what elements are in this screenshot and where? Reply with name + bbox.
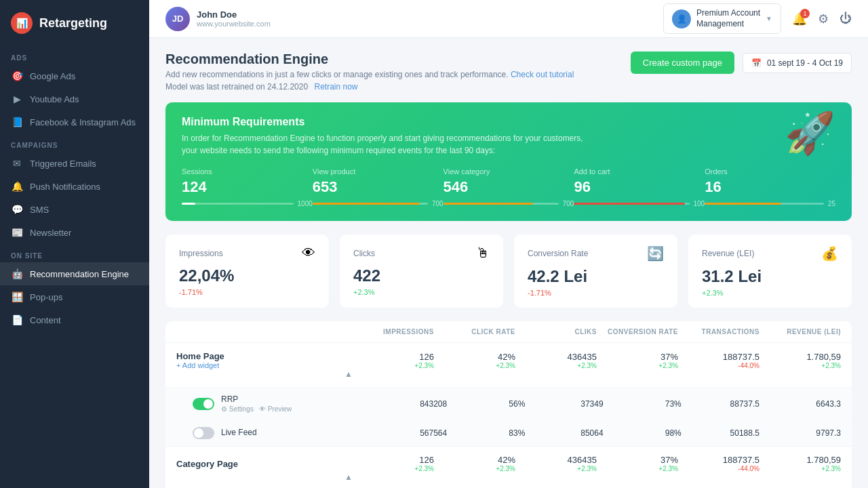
progress-fill-0 [182, 203, 195, 205]
table-header: IMPRESSIONSCLICK RATECLIKSCONVERSION RAT… [165, 321, 852, 343]
sidebar-item-facebook-ads[interactable]: 📘 Facebook & Instagram Ads [0, 110, 149, 134]
section-conv-rate-1: 37% [597, 455, 678, 465]
stat-value-clicks: 422 [353, 266, 490, 285]
section-click-rate-0: 42% [434, 352, 515, 362]
widget-impressions-0-1: 567564 [369, 428, 447, 438]
section-revenue-change-1: +2.3% [760, 465, 841, 472]
sidebar-item-triggered-emails[interactable]: ✉ Triggered Emails [0, 152, 149, 175]
stat-icon-impressions: 👁 [302, 245, 315, 261]
settings-link-0-0[interactable]: ⚙ Settings [221, 405, 254, 413]
sidebar-item-push-notifications[interactable]: 🔔 Push Notifications [0, 175, 149, 198]
table-col-0: IMPRESSIONS [353, 328, 434, 336]
progress-fill-4 [705, 203, 781, 205]
section-transactions-change-0: -44.0% [678, 362, 760, 369]
widget-toggle-0-0[interactable] [193, 398, 214, 410]
notifications-btn[interactable]: 🔔 1 [792, 12, 807, 26]
tutorial-link[interactable]: Check out tutorial [511, 70, 574, 79]
date-range-picker[interactable]: 📅 01 sept 19 - 4 Oct 19 [743, 53, 852, 73]
youtube-ads-label: Youtube Ads [30, 94, 79, 104]
user-name: John Doe [197, 9, 271, 20]
premium-icon: 👤 [672, 9, 691, 28]
min-req-metric-orders: Orders 16 25 [705, 167, 835, 207]
sidebar-item-youtube-ads[interactable]: ▶ Youtube Ads [0, 87, 149, 110]
widget-clicks-0-1: 85064 [525, 428, 603, 438]
widget-transactions-0-0: 88737.5 [682, 399, 760, 409]
triggered-emails-icon: ✉ [11, 158, 23, 169]
sidebar-item-newsletter[interactable]: 📰 Newsletter [0, 221, 149, 244]
metric-target-0: 1000 [298, 200, 313, 207]
logo-text: Retargeting [39, 16, 107, 30]
stat-change-conversion-rate: -1.71% [528, 289, 664, 297]
chevron-down-icon: ▼ [766, 15, 772, 22]
user-info: JD John Doe www.yourwebsite.com [165, 7, 271, 31]
metric-label-1: View product [313, 167, 443, 176]
header-actions: 👤 Premium Account Management ▼ 🔔 1 ⚙ ⏻ [663, 3, 852, 34]
sidebar-item-recommendation-engine[interactable]: 🤖 Recommendation Engine [0, 262, 149, 285]
metric-target-3: 100 [694, 200, 705, 207]
main-content: JD John Doe www.yourwebsite.com 👤 Premiu… [149, 0, 868, 488]
widget-clicks-0-0: 37349 [525, 399, 603, 409]
section-click-rate-change-1: +2.3% [434, 465, 515, 472]
widget-conv-rate-0-0: 73% [604, 399, 682, 409]
push-notifications-icon: 🔔 [11, 181, 23, 192]
stat-card-impressions: Impressions 👁 22,04% -1.71% [165, 235, 329, 308]
widget-toggle-0-1[interactable] [193, 427, 214, 439]
stat-icon-conversion-rate: 🔄 [647, 245, 664, 262]
premium-account-btn[interactable]: 👤 Premium Account Management ▼ [663, 3, 781, 34]
section-revenue-change-0: +2.3% [760, 362, 841, 369]
stat-icon-revenue: 💰 [821, 245, 838, 262]
min-req-metric-add-to-cart: Add to cart 96 100 [574, 167, 705, 207]
sidebar-item-sms[interactable]: 💬 SMS [0, 198, 149, 221]
stat-value-impressions: 22,04% [179, 266, 315, 285]
stat-label-conversion-rate: Conversion Rate [528, 249, 588, 258]
expand-icon-0[interactable]: ▲ [176, 369, 353, 379]
recommendation-engine-label: Recommendation Engine [30, 269, 129, 279]
section-impressions-1: 126 [353, 455, 434, 465]
widget-click-rate-0-0: 56% [447, 399, 525, 409]
section-revenue-1: 1.780,59 [760, 455, 841, 465]
preview-link-0-0[interactable]: 👁 Preview [259, 405, 292, 413]
premium-sub: Management [696, 19, 760, 30]
section-click-rate-change-0: +2.3% [434, 362, 515, 369]
stat-label-clicks: Clicks [353, 249, 375, 258]
content-icon: 📄 [11, 314, 23, 325]
min-req-title: Minimum Requirements [182, 116, 835, 128]
retrain-link[interactable]: Retrain now [314, 82, 357, 92]
sidebar-section-campaigns: CAMPAIGNS [0, 134, 149, 152]
popups-icon: 🪟 [11, 291, 23, 302]
settings-btn[interactable]: ⚙ [818, 12, 829, 26]
newsletter-label: Newsletter [30, 228, 71, 238]
toggle-knob [203, 399, 213, 409]
create-custom-page-btn[interactable]: Create custom page [631, 52, 734, 74]
add-widget-btn-0[interactable]: + Add widget [176, 361, 353, 369]
section-header-1[interactable]: Category Page 126 +2.3% 42% +2.3% 436435… [165, 447, 852, 488]
widget-transactions-0-1: 50188.5 [682, 428, 760, 438]
min-req-metrics: Sessions 124 1000 View product 653 700 V… [182, 167, 835, 207]
google-ads-label: Google Ads [30, 71, 75, 81]
newsletter-icon: 📰 [11, 227, 23, 238]
expand-icon-1[interactable]: ▲ [176, 472, 353, 482]
section-clicks-change-0: +2.3% [515, 362, 597, 369]
section-header-0[interactable]: Home Page + Add widget 126 +2.3% 42% +2.… [165, 343, 852, 387]
metric-value-4: 16 [705, 178, 835, 196]
stat-value-revenue: 31.2 Lei [702, 267, 838, 286]
metric-value-2: 546 [443, 178, 574, 196]
widget-revenue-0-1: 9797.3 [760, 428, 841, 438]
facebook-ads-icon: 📘 [11, 117, 23, 127]
sidebar-item-popups[interactable]: 🪟 Pop-ups [0, 285, 149, 308]
power-btn[interactable]: ⏻ [840, 12, 852, 26]
google-ads-icon: 🎯 [11, 70, 23, 81]
stat-card-revenue: Revenue (LEI) 💰 31.2 Lei +2.3% [688, 235, 852, 308]
sidebar-item-google-ads[interactable]: 🎯 Google Ads [0, 64, 149, 87]
widget-revenue-0-0: 6643.3 [760, 399, 841, 409]
section-revenue-0: 1.780,59 [760, 352, 841, 362]
stat-label-revenue: Revenue (LEI) [702, 249, 754, 258]
section-impressions-change-1: +2.3% [353, 465, 434, 472]
stat-card-conversion-rate: Conversion Rate 🔄 42.2 Lei -1.71% [514, 235, 677, 308]
logo-icon: 📊 [11, 12, 33, 34]
widget-name-0-1: Live Feed [221, 428, 257, 437]
stats-row: Impressions 👁 22,04% -1.71% Clicks 🖱 422… [165, 235, 852, 308]
metric-target-2: 700 [563, 200, 574, 207]
table-col-1: CLICK RATE [434, 328, 515, 336]
sidebar-item-content[interactable]: 📄 Content [0, 308, 149, 331]
